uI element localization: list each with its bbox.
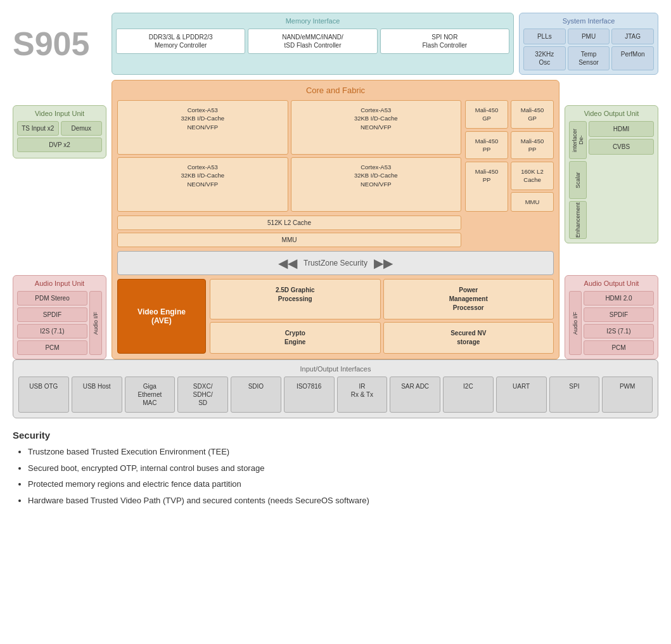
left-column: Video Input Unit TS Input x2 Demux DVP x… xyxy=(13,80,106,359)
arrow-left-icon: ◀◀ xyxy=(278,255,297,271)
mali-2: Mali-450 PP xyxy=(465,131,508,160)
trustzone-label: TrustZone Security xyxy=(304,259,367,267)
mali-3: Mali-450 PP xyxy=(511,131,554,160)
sec-block-0: 2.5D Graphic Processing xyxy=(210,279,381,319)
cache-mmu-right-spacer xyxy=(465,216,554,247)
trustzone-bar: ◀◀ TrustZone Security ▶▶ xyxy=(117,251,554,275)
sec-block-1: Power Management Processor xyxy=(383,279,554,319)
audio-in-if: Audio I/F xyxy=(89,291,102,355)
sec-block-3: Secured NV storage xyxy=(383,322,554,354)
vo-vertical: De-interlacer Scalar Enhancement xyxy=(569,121,587,239)
sys-cell-0: PLLs xyxy=(523,29,566,44)
sys-cell-2: JTAG xyxy=(611,29,654,44)
audio-input-title: Audio Input Unit xyxy=(17,280,102,287)
audio-in-0: PDM Stereo xyxy=(17,291,87,306)
core-lower: Video Engine (AVE) 2.5D Graphic Processi… xyxy=(117,279,554,354)
memory-interface-title: Memory Interface xyxy=(116,17,509,25)
core-fabric: Core and Fabric Cortex-A53 32KB I/D-Cach… xyxy=(112,80,559,359)
audio-in-2: I2S (7.1) xyxy=(17,324,87,338)
chip-title-area: S905 xyxy=(13,13,106,75)
sys-grid: PLLs PMU JTAG 32KHz Osc Temp Sensor Perf… xyxy=(523,29,654,70)
security-item-2: Protected memory regions and electric fe… xyxy=(28,478,658,491)
security-blocks: 2.5D Graphic Processing Power Management… xyxy=(210,279,554,354)
cache-512: 512K L2 Cache xyxy=(117,216,461,230)
vo-scalar: Scalar xyxy=(569,161,587,199)
security-item-1: Secured boot, encrypted OTP, internal co… xyxy=(28,462,658,475)
io-usb-otg: USB OTG xyxy=(18,377,69,413)
vi-dvp: DVP x2 xyxy=(17,138,102,152)
io-sdxc: SDXC/ SDHC/ SD xyxy=(177,377,228,413)
io-cells: USB OTG USB Host Giga Ethernet MAC SDXC/… xyxy=(18,377,653,413)
sys-cell-3: 32KHz Osc xyxy=(523,46,566,70)
audio-output-inner: Audio I/F HDMI 2.0 SPDIF I2S (7.1) PCM xyxy=(569,291,654,355)
io-uart: UART xyxy=(496,377,547,413)
cortex-0: Cortex-A53 32KB I/D-Cache NEON/VFP xyxy=(117,100,288,155)
core-upper: Cortex-A53 32KB I/D-Cache NEON/VFP Corte… xyxy=(117,100,554,212)
right-spacer xyxy=(565,248,658,270)
cache-mmu-row: 512K L2 Cache MMU xyxy=(117,216,554,247)
audio-out-1: SPDIF xyxy=(584,307,654,322)
audio-output-title: Audio Output Unit xyxy=(569,280,654,287)
audio-out-0: HDMI 2.0 xyxy=(584,291,654,306)
vi-ts-input: TS Input x2 xyxy=(17,121,59,136)
cortex-1: Cortex-A53 32KB I/D-Cache NEON/VFP xyxy=(291,100,462,155)
center-column: Core and Fabric Cortex-A53 32KB I/D-Cach… xyxy=(112,80,559,359)
vo-inner: De-interlacer Scalar Enhancement HDMI CV… xyxy=(569,121,654,239)
cache-mmu-left: 512K L2 Cache MMU xyxy=(117,216,461,247)
memory-interface: Memory Interface DDR3/3L & LPDDR2/3 Memo… xyxy=(112,13,514,75)
arrow-right-icon: ▶▶ xyxy=(374,255,393,271)
mali-top-grid: Mali-450 GP Mali-450 GP Mali-450 PP Mali… xyxy=(465,100,554,212)
system-interface: System Interface PLLs PMU JTAG 32KHz Osc… xyxy=(519,13,658,75)
io-pwm: PWM xyxy=(602,377,653,413)
vo-cvbs: CVBS xyxy=(589,139,654,155)
core-fabric-title: Core and Fabric xyxy=(117,86,554,95)
vo-enhancement: Enhancement xyxy=(569,201,587,239)
right-column: Video Output Unit De-interlacer Scalar E… xyxy=(565,80,658,359)
security-list: Trustzone based Trusted Execution Enviro… xyxy=(13,446,658,506)
system-interface-title: System Interface xyxy=(523,17,654,25)
main-container: S905 Memory Interface DDR3/3L & LPDDR2/3… xyxy=(13,13,658,517)
io-giga-eth: Giga Ethernet MAC xyxy=(125,377,176,413)
mem-cell-2: SPI NOR Flash Controller xyxy=(380,29,509,54)
mali-1: Mali-450 GP xyxy=(511,100,554,129)
io-iso7816: ISO7816 xyxy=(284,377,335,413)
video-output-unit: Video Output Unit De-interlacer Scalar E… xyxy=(565,105,658,243)
audio-in-1: SPDIF xyxy=(17,307,87,322)
cortex-2: Cortex-A53 32KB I/D-Cache NEON/VFP xyxy=(117,157,288,212)
io-sar-adc: SAR ADC xyxy=(390,377,440,413)
audio-input-inner: PDM Stereo SPDIF I2S (7.1) PCM Audio I/F xyxy=(17,291,102,355)
sys-cell-4: Temp Sensor xyxy=(568,46,610,70)
cache-160: 160K L2 Cache xyxy=(511,162,554,190)
mmu-right: MMU xyxy=(511,192,554,212)
video-input-unit: Video Input Unit TS Input x2 Demux DVP x… xyxy=(13,105,106,158)
io-sdio: SDIO xyxy=(231,377,281,413)
audio-input-unit: Audio Input Unit PDM Stereo SPDIF I2S (7… xyxy=(13,275,106,359)
io-spi: SPI xyxy=(549,377,600,413)
audio-out-3: PCM xyxy=(584,340,654,355)
video-engine: Video Engine (AVE) xyxy=(117,279,206,354)
full-middle: Video Input Unit TS Input x2 Demux DVP x… xyxy=(13,80,658,359)
io-usb-host: USB Host xyxy=(72,377,122,413)
io-title: Input/Output Interfaces xyxy=(18,365,653,373)
audio-output-unit: Audio Output Unit Audio I/F HDMI 2.0 SPD… xyxy=(565,275,658,359)
audio-out-2: I2S (7.1) xyxy=(584,324,654,338)
security-item-0: Trustzone based Trusted Execution Enviro… xyxy=(28,446,658,458)
security-title: Security xyxy=(13,430,658,441)
sys-cell-5: PerfMon xyxy=(611,46,654,70)
vo-deinterlacer: De-interlacer xyxy=(569,121,587,159)
sec-block-2: Crypto Engine xyxy=(210,322,381,354)
cortex-grid: Cortex-A53 32KB I/D-Cache NEON/VFP Corte… xyxy=(117,100,461,212)
video-input-title: Video Input Unit xyxy=(17,110,102,117)
security-item-3: Hardware based Trusted Video Path (TVP) … xyxy=(28,494,658,507)
audio-in-3: PCM xyxy=(17,340,87,355)
video-output-title: Video Output Unit xyxy=(569,110,654,117)
vo-right: HDMI CVBS xyxy=(589,121,654,239)
vo-hdmi: HDMI xyxy=(589,121,654,137)
mali-bottom-left: Mali-450 PP xyxy=(465,162,508,212)
audio-out-if: Audio I/F xyxy=(569,291,582,355)
audio-input-cells: PDM Stereo SPDIF I2S (7.1) PCM xyxy=(17,291,87,355)
io-ir: IR Rx & Tx xyxy=(337,377,388,413)
mem-cell-1: NAND/eMMC/iNAND/ tSD Flash Controller xyxy=(248,29,377,54)
mmu-left: MMU xyxy=(117,233,461,247)
security-section: Security Trustzone based Trusted Executi… xyxy=(13,423,658,517)
